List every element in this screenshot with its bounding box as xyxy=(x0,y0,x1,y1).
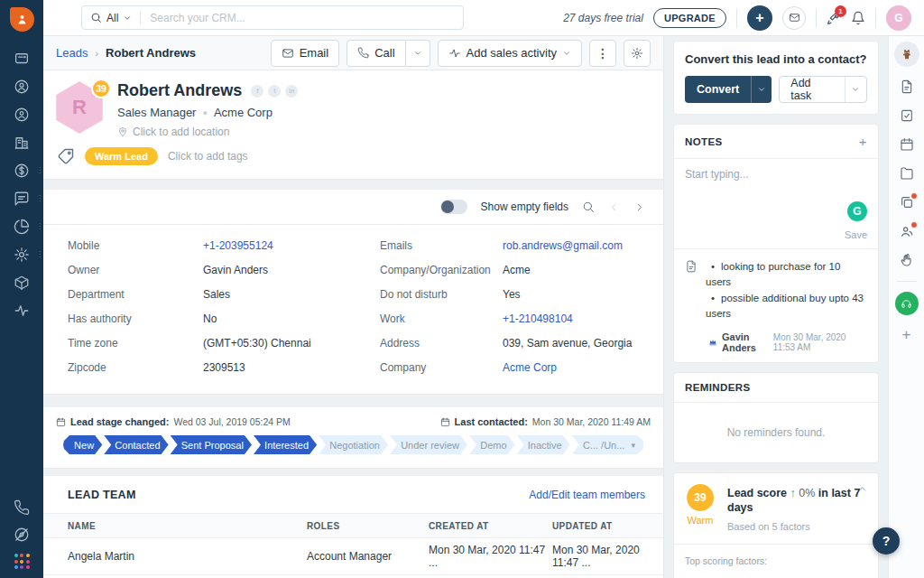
pulse-icon xyxy=(448,47,461,60)
notes-card: NOTES + G Save looking to purchase for 1… xyxy=(673,124,879,363)
field-value-company-link[interactable]: Acme Corp xyxy=(503,361,645,374)
email-button[interactable]: Email xyxy=(271,40,340,67)
quick-actions-hand-icon[interactable] xyxy=(892,246,921,275)
stage-sent-proposal[interactable]: Sent Proposal xyxy=(171,435,252,454)
field-value-department: Sales xyxy=(203,288,380,301)
lead-score-circle: 39 xyxy=(687,484,714,511)
stage-contacted[interactable]: Contacted xyxy=(104,435,168,454)
twitter-icon[interactable]: t xyxy=(268,85,281,98)
call-button[interactable]: Call xyxy=(346,40,405,67)
global-search[interactable]: All xyxy=(81,5,464,30)
note-input[interactable] xyxy=(685,168,867,202)
sidebar-item-conversations[interactable]: ⋮ xyxy=(0,184,43,212)
related-contacts-icon[interactable] xyxy=(892,217,921,246)
sidebar-item-accounts[interactable] xyxy=(0,128,43,156)
notes-panel-icon[interactable] xyxy=(892,72,921,101)
drag-handle-icon[interactable]: ⋮ xyxy=(36,223,43,230)
page-settings-button[interactable] xyxy=(624,40,651,67)
add-task-options-button[interactable] xyxy=(845,77,866,102)
freshworks-logo-icon[interactable] xyxy=(10,7,34,32)
facebook-icon[interactable]: f xyxy=(251,85,263,98)
search-scope-dropdown[interactable]: All xyxy=(82,12,140,24)
more-actions-button[interactable]: ⋮ xyxy=(589,40,616,67)
phone-channel-icon[interactable] xyxy=(14,499,30,516)
lead-team-card: LEAD TEAM Add/Edit team members NAME ROL… xyxy=(43,476,663,578)
chevron-right-icon[interactable] xyxy=(633,201,645,213)
field-value-email[interactable]: rob.andrews@gmail.com xyxy=(503,239,645,252)
app-sidebar: ⋮ ⋮ ⋮ ⋮ xyxy=(0,0,43,578)
stage-under-review[interactable]: Under review xyxy=(390,435,467,454)
field-value-address: 039, Sam avenue, Georgia xyxy=(503,337,645,350)
pet-mascot-icon[interactable] xyxy=(894,42,919,67)
warm-lead-tag[interactable]: Warm Lead xyxy=(85,147,158,165)
sidebar-item-deals[interactable]: ⋮ xyxy=(0,156,43,184)
tasks-panel-icon[interactable] xyxy=(892,101,921,130)
chevron-up-icon[interactable] xyxy=(856,483,868,495)
sidebar-nav: ⋮ ⋮ ⋮ ⋮ xyxy=(0,44,43,324)
call-options-button[interactable] xyxy=(406,40,430,67)
stage-negotiation[interactable]: Negotiation xyxy=(319,435,388,454)
stage-new[interactable]: New xyxy=(63,435,102,454)
drag-handle-icon[interactable]: ⋮ xyxy=(36,167,43,174)
search-input[interactable] xyxy=(141,12,463,24)
user-avatar[interactable]: G xyxy=(886,5,911,31)
explore-compass-icon[interactable] xyxy=(14,527,30,543)
bell-icon[interactable] xyxy=(851,11,865,25)
whats-new-rocket-button[interactable]: 1 xyxy=(827,11,841,25)
add-panel-icon[interactable]: + xyxy=(902,326,911,344)
sidebar-item-contacts[interactable] xyxy=(0,100,43,128)
chevron-left-icon[interactable] xyxy=(608,201,620,213)
field-label: Emails xyxy=(380,239,503,252)
support-headset-icon[interactable] xyxy=(895,292,919,315)
drag-handle-icon[interactable]: ⋮ xyxy=(36,251,43,258)
team-member-name[interactable]: Angela Martin xyxy=(68,550,307,563)
quick-add-button[interactable]: + xyxy=(747,5,772,31)
stage-closed-unqualified[interactable]: C... /Un...▾ xyxy=(572,435,643,454)
pulse-icon xyxy=(14,303,30,319)
grammarly-icon[interactable]: G xyxy=(847,201,867,221)
show-empty-fields-toggle[interactable] xyxy=(440,200,467,214)
note-save-button[interactable]: Save xyxy=(845,229,867,240)
calendar-icon xyxy=(440,417,450,427)
stage-demo[interactable]: Demo xyxy=(469,435,515,454)
sidebar-item-leads[interactable] xyxy=(0,72,43,100)
search-fields-icon[interactable] xyxy=(582,200,595,213)
duplicates-copy-icon[interactable] xyxy=(892,188,921,217)
sidebar-item-products[interactable] xyxy=(0,268,43,296)
field-label: Owner xyxy=(68,264,203,276)
email-inbox-button[interactable] xyxy=(782,6,806,30)
add-note-button[interactable]: + xyxy=(859,134,867,149)
drag-handle-icon[interactable]: ⋮ xyxy=(36,195,43,202)
convert-options-button[interactable] xyxy=(751,76,772,103)
add-task-button[interactable]: Add task xyxy=(780,77,844,102)
stage-changed-label: Lead stage changed: xyxy=(70,416,169,427)
field-value-mobile[interactable]: +1-203955124 xyxy=(203,239,380,252)
apps-switcher-icon[interactable] xyxy=(14,554,30,569)
sidebar-item-reports[interactable]: ⋮ xyxy=(0,212,43,240)
stage-inactive[interactable]: Inactive xyxy=(517,435,570,454)
linkedin-icon[interactable]: in xyxy=(285,85,298,98)
convert-button[interactable]: Convert xyxy=(685,76,751,103)
note-item[interactable]: looking to purchase for 10 users possibl… xyxy=(674,248,878,362)
add-sales-activity-button[interactable]: Add sales activity xyxy=(438,40,582,67)
add-location-field[interactable]: Click to add location xyxy=(117,126,298,138)
breadcrumb-leads-link[interactable]: Leads xyxy=(56,46,88,60)
alert-dot xyxy=(910,192,918,200)
table-row[interactable]: Angela Martin Account Manager Mon 30 Mar… xyxy=(43,538,663,575)
field-value-work-phone[interactable]: +1-210498104 xyxy=(503,312,645,325)
sidebar-bottom xyxy=(14,499,30,578)
field-label: Company/Organization xyxy=(380,264,503,276)
stage-interested[interactable]: Interested xyxy=(254,435,317,454)
add-edit-team-members-link[interactable]: Add/Edit team members xyxy=(529,489,645,501)
sidebar-item-sales-activities[interactable] xyxy=(0,296,43,324)
building-icon xyxy=(14,135,30,151)
add-tags-field[interactable]: Click to add tags xyxy=(168,150,248,163)
help-button[interactable]: ? xyxy=(873,527,900,555)
upgrade-button[interactable]: UPGRADE xyxy=(653,8,726,28)
appointments-calendar-icon[interactable] xyxy=(892,130,921,159)
sidebar-item-settings[interactable]: ⋮ xyxy=(0,240,43,268)
note-document-icon xyxy=(685,260,698,322)
files-folder-icon[interactable] xyxy=(892,159,921,188)
sidebar-item-dashboard[interactable] xyxy=(0,44,43,72)
field-label: Address xyxy=(380,337,503,350)
